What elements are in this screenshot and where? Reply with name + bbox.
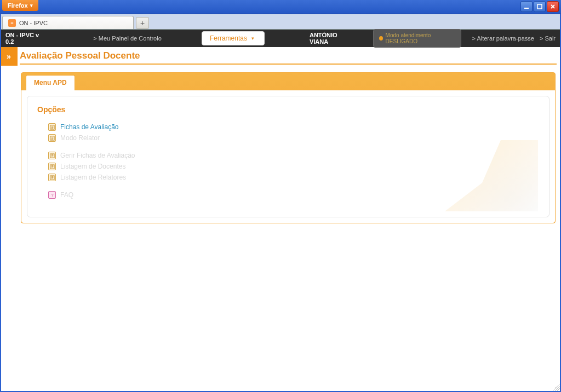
app-brand: ON - IPVC v 0.2 (5, 32, 44, 45)
app-header: ON - IPVC v 0.2 Meu Painel de Controlo F… (0, 30, 561, 47)
sidebar-toggle[interactable]: » (0, 47, 18, 66)
tabs-body: Opções Fichas de Avaliação M (21, 90, 555, 223)
minimize-button[interactable] (520, 1, 533, 12)
nav-sair[interactable]: Sair (540, 35, 556, 42)
tabs-row: Menu APD (21, 73, 555, 90)
user-name: ANTÓNIO VIANA (310, 32, 352, 45)
window-controls (518, 0, 561, 13)
option-label: Listagem de Docentes (60, 163, 125, 170)
option-label: FAQ (60, 191, 73, 199)
browser-tab-active[interactable]: ≡ ON - IPVC (2, 16, 134, 29)
options-card: Opções Fichas de Avaliação M (27, 96, 549, 217)
option-listagem-docentes: Listagem de Docentes (37, 161, 539, 172)
close-button[interactable] (547, 1, 559, 12)
page-title-row: Avaliação Pessoal Docente (20, 47, 557, 65)
form-icon (48, 134, 56, 142)
option-listagem-relatores: Listagem de Relatores (37, 172, 539, 183)
maximize-button[interactable] (534, 1, 546, 12)
tab-favicon-icon: ≡ (8, 19, 16, 27)
tab-menu-apd[interactable]: Menu APD (26, 75, 75, 90)
tab-title: ON - IPVC (19, 20, 48, 26)
option-label: Modo Relator (60, 134, 100, 142)
resize-grip-icon[interactable] (552, 383, 560, 391)
ferramentas-label: Ferramentas (210, 34, 247, 42)
modo-label: Modo atendimento DESLIGADO (386, 32, 455, 44)
page-wrap: » Avaliação Pessoal Docente Menu APD Opç… (0, 47, 561, 223)
firefox-menu-button[interactable]: Firefox (2, 0, 38, 11)
svg-rect-0 (524, 8, 529, 9)
option-label: Listagem de Relatores (60, 174, 126, 181)
svg-rect-1 (537, 4, 542, 9)
browser-tab-bar: ≡ ON - IPVC + (0, 14, 561, 30)
option-faq: ? FAQ (37, 189, 539, 200)
form-icon (48, 152, 56, 159)
form-icon (48, 163, 56, 170)
option-fichas-avaliacao[interactable]: Fichas de Avaliação (37, 122, 539, 132)
form-icon (48, 123, 56, 131)
new-tab-button[interactable]: + (136, 17, 149, 29)
firefox-label: Firefox (8, 2, 28, 9)
page-main: Avaliação Pessoal Docente Menu APD Opçõe… (18, 47, 561, 223)
nav-painel[interactable]: Meu Painel de Controlo (93, 35, 161, 42)
form-icon (48, 174, 56, 181)
ferramentas-dropdown[interactable]: Ferramentas (202, 31, 265, 45)
help-icon: ? (48, 191, 56, 199)
window-titlebar: Firefox (0, 0, 561, 14)
svg-text:?: ? (51, 193, 53, 198)
options-list: Fichas de Avaliação Modo Relator (37, 122, 539, 200)
option-modo-relator: Modo Relator (37, 132, 539, 143)
options-heading: Opções (37, 105, 539, 114)
tabs-frame: Menu APD Opções Fichas de Avaliação (21, 72, 556, 223)
modo-atendimento-button[interactable]: Modo atendimento DESLIGADO (373, 29, 461, 48)
option-label: Fichas de Avaliação (60, 123, 119, 131)
option-label: Gerir Fichas de Avaliação (60, 152, 135, 159)
list-gap (37, 143, 539, 150)
option-gerir-fichas: Gerir Fichas de Avaliação (37, 150, 539, 161)
nav-alterar-passe[interactable]: Alterar palavra-passe (472, 35, 534, 42)
chevron-right-icon: » (7, 52, 11, 61)
page-title: Avaliação Pessoal Docente (20, 50, 557, 61)
tab-label: Menu APD (34, 79, 67, 87)
list-gap (37, 183, 539, 189)
